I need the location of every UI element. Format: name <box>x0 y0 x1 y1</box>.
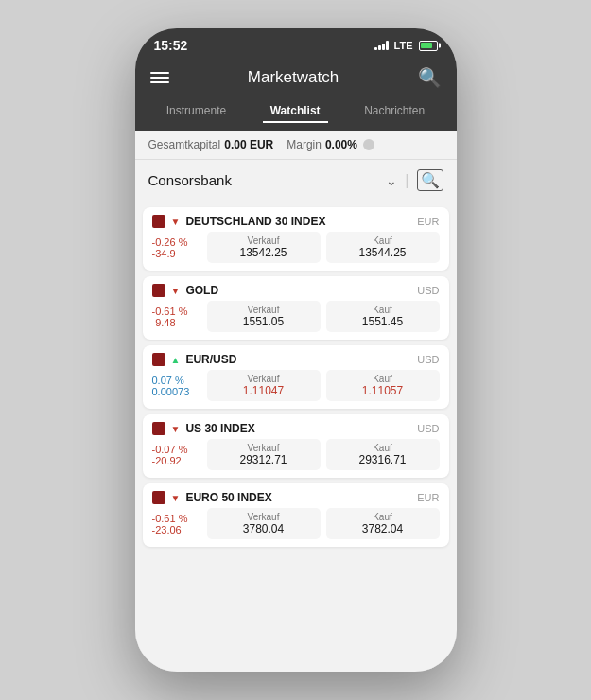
gesamtkapital-value: 0.00 EUR <box>224 138 273 151</box>
instrument-name: DEUTSCHLAND 30 INDEX <box>185 215 325 228</box>
kauf-label: Kauf <box>334 443 432 453</box>
status-icons: LTE <box>374 40 438 51</box>
kauf-cell[interactable]: Kauf 13544.25 <box>326 232 440 263</box>
price-cells: Verkauf 29312.71 Kauf 29316.71 <box>207 439 440 470</box>
search-icon[interactable]: 🔍 <box>418 66 442 89</box>
change-abs: -20.92 <box>152 455 201 466</box>
table-row[interactable]: ▼ GOLD USD -0.61 % -9.48 Verkauf 1551.05… <box>143 276 449 340</box>
watchlist-controls: ⌄ | 🔍 <box>386 169 443 191</box>
trend-down-icon: ▼ <box>171 424 181 434</box>
price-cells: Verkauf 1551.05 Kauf 1551.45 <box>207 301 440 332</box>
trend-up-icon: ▲ <box>171 355 181 365</box>
color-indicator <box>152 284 165 297</box>
app-title: Marketwatch <box>248 68 339 87</box>
color-indicator <box>152 215 165 228</box>
instrument-name: EURO 50 INDEX <box>185 491 271 504</box>
color-indicator <box>152 491 165 504</box>
margin-indicator <box>363 139 374 150</box>
verkauf-label: Verkauf <box>215 305 313 315</box>
verkauf-cell[interactable]: Verkauf 29312.71 <box>207 439 321 470</box>
kauf-cell[interactable]: Kauf 1.11057 <box>326 370 440 401</box>
price-cells: Verkauf 3780.04 Kauf 3782.04 <box>207 508 440 539</box>
kauf-price: 1551.45 <box>334 315 432 328</box>
trend-down-icon: ▼ <box>171 286 181 296</box>
change-abs: -34.9 <box>152 248 201 259</box>
margin-value: 0.00% <box>325 138 357 151</box>
instrument-header: ▼ EURO 50 INDEX EUR <box>152 491 440 504</box>
change-pct: -0.61 % <box>152 513 201 524</box>
app-header: Marketwatch 🔍 <box>135 59 457 100</box>
margin-label: Margin <box>287 138 322 151</box>
filter-icon[interactable]: 🔍 <box>417 169 443 191</box>
kauf-cell[interactable]: Kauf 3782.04 <box>326 508 440 539</box>
instrument-currency: EUR <box>417 216 439 227</box>
verkauf-price: 13542.25 <box>215 246 313 259</box>
change-abs: -23.06 <box>152 524 201 535</box>
instrument-header: ▼ US 30 INDEX USD <box>152 422 440 435</box>
price-cells: Verkauf 1.11047 Kauf 1.11057 <box>207 370 440 401</box>
watchlist-name: Consorsbank <box>148 172 232 188</box>
instrument-prices: -0.61 % -9.48 Verkauf 1551.05 Kauf 1551.… <box>152 301 440 332</box>
instrument-currency: USD <box>417 423 439 434</box>
verkauf-cell[interactable]: Verkauf 1.11047 <box>207 370 321 401</box>
gesamtkapital-label: Gesamtkapital <box>148 138 221 151</box>
instruments-list: ▼ DEUTSCHLAND 30 INDEX EUR -0.26 % -34.9… <box>135 201 457 672</box>
vertical-divider: | <box>405 172 408 189</box>
instrument-currency: USD <box>417 354 439 365</box>
color-indicator <box>152 353 165 366</box>
change-abs: 0.00073 <box>152 386 201 397</box>
price-cells: Verkauf 13542.25 Kauf 13544.25 <box>207 232 440 263</box>
change-pct: 0.07 % <box>152 375 201 386</box>
instrument-prices: -0.07 % -20.92 Verkauf 29312.71 Kauf 293… <box>152 439 440 470</box>
change-info: -0.61 % -9.48 <box>152 306 201 328</box>
change-pct: -0.61 % <box>152 306 201 317</box>
verkauf-price: 1.11047 <box>215 384 313 397</box>
change-info: -0.61 % -23.06 <box>152 513 201 535</box>
verkauf-price: 3780.04 <box>215 522 313 535</box>
instrument-prices: -0.26 % -34.9 Verkauf 13542.25 Kauf 1354… <box>152 232 440 263</box>
verkauf-label: Verkauf <box>215 374 313 384</box>
tab-watchlist[interactable]: Watchlist <box>263 100 328 123</box>
kauf-cell[interactable]: Kauf 29316.71 <box>326 439 440 470</box>
verkauf-label: Verkauf <box>215 236 313 246</box>
instrument-identity: ▼ US 30 INDEX <box>152 422 255 435</box>
kauf-price: 13544.25 <box>334 246 432 259</box>
instrument-header: ▲ EUR/USD USD <box>152 353 440 366</box>
kauf-price: 29316.71 <box>334 453 432 466</box>
instrument-header: ▼ DEUTSCHLAND 30 INDEX EUR <box>152 215 440 228</box>
instrument-prices: -0.61 % -23.06 Verkauf 3780.04 Kauf 3782… <box>152 508 440 539</box>
kauf-label: Kauf <box>334 374 432 384</box>
tab-nachrichten[interactable]: Nachrichten <box>356 100 432 123</box>
verkauf-price: 1551.05 <box>215 315 313 328</box>
tab-instrumente[interactable]: Instrumente <box>159 100 234 123</box>
verkauf-price: 29312.71 <box>215 453 313 466</box>
chevron-down-icon[interactable]: ⌄ <box>386 173 397 188</box>
change-info: 0.07 % 0.00073 <box>152 375 201 397</box>
table-row[interactable]: ▲ EUR/USD USD 0.07 % 0.00073 Verkauf 1.1… <box>143 345 449 409</box>
trend-down-icon: ▼ <box>171 217 181 227</box>
summary-bar: Gesamtkapital 0.00 EUR Margin 0.00% <box>135 131 457 160</box>
lte-label: LTE <box>394 40 413 51</box>
watchlist-header: Consorsbank ⌄ | 🔍 <box>135 160 457 201</box>
instrument-identity: ▲ EUR/USD <box>152 353 237 366</box>
kauf-cell[interactable]: Kauf 1551.45 <box>326 301 440 332</box>
instrument-currency: EUR <box>417 492 439 503</box>
instrument-currency: USD <box>417 285 439 296</box>
instrument-prices: 0.07 % 0.00073 Verkauf 1.11047 Kauf 1.11… <box>152 370 440 401</box>
table-row[interactable]: ▼ EURO 50 INDEX EUR -0.61 % -23.06 Verka… <box>143 483 449 547</box>
change-info: -0.26 % -34.9 <box>152 236 201 259</box>
verkauf-label: Verkauf <box>215 512 313 522</box>
verkauf-cell[interactable]: Verkauf 13542.25 <box>207 232 321 263</box>
table-row[interactable]: ▼ DEUTSCHLAND 30 INDEX EUR -0.26 % -34.9… <box>143 207 449 271</box>
verkauf-cell[interactable]: Verkauf 3780.04 <box>207 508 321 539</box>
instrument-name: US 30 INDEX <box>185 422 254 435</box>
instrument-identity: ▼ EURO 50 INDEX <box>152 491 272 504</box>
status-time: 15:52 <box>154 38 188 53</box>
kauf-price: 1.11057 <box>334 384 432 397</box>
table-row[interactable]: ▼ US 30 INDEX USD -0.07 % -20.92 Verkauf… <box>143 414 449 478</box>
kauf-price: 3782.04 <box>334 522 432 535</box>
verkauf-cell[interactable]: Verkauf 1551.05 <box>207 301 321 332</box>
change-info: -0.07 % -20.92 <box>152 444 201 466</box>
signal-bars-icon <box>374 41 389 50</box>
menu-button[interactable] <box>150 72 169 83</box>
